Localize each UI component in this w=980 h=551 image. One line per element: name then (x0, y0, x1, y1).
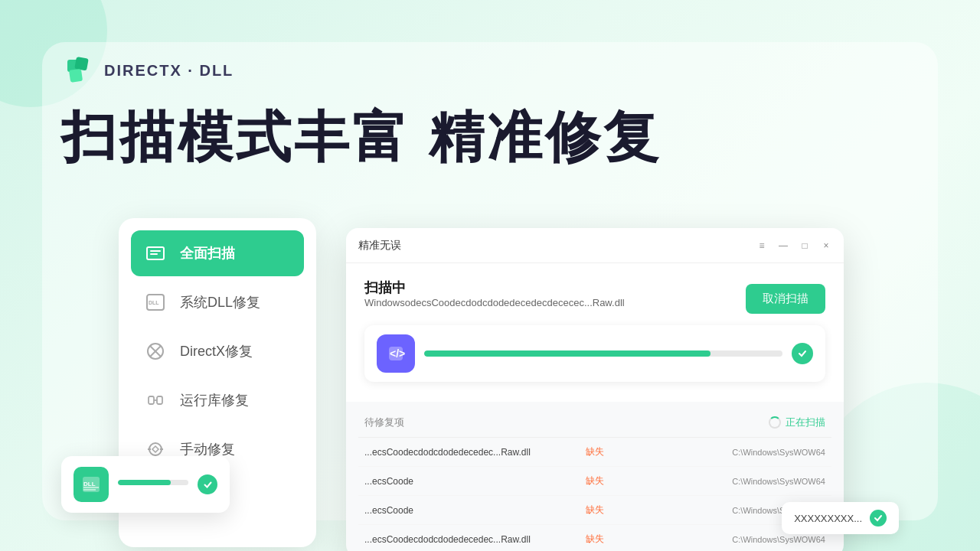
minimize-icon[interactable]: — (778, 240, 789, 251)
svg-text:</>: </> (390, 347, 405, 360)
result-status: 缺失 (549, 474, 641, 487)
svg-rect-11 (149, 396, 154, 404)
runtime-icon (143, 388, 168, 412)
svg-text:DLL: DLL (149, 300, 159, 305)
popup-check-icon (198, 474, 217, 494)
scan-status-group: 扫描中 WindowsodecsCoodecdodcdodedecedecdec… (364, 279, 625, 319)
window-title: 精准无误 (358, 239, 401, 253)
scanning-indicator: 正在扫描 (769, 416, 825, 429)
scan-header: 扫描中 WindowsodecsCoodecdodcdodedecedecdec… (364, 279, 825, 319)
result-status: 缺失 (549, 445, 641, 458)
popup-progress-bar (118, 480, 188, 490)
table-row: ...ecsCoode 缺失 C:\Windows\SysWOW64 (358, 496, 831, 525)
sidebar-item-system-dll[interactable]: DLL 系统DLL修复 (131, 279, 304, 325)
system-dll-icon: DLL (143, 290, 168, 315)
spin-icon (769, 416, 781, 429)
sidebar-item-full-scan[interactable]: 全面扫描 (131, 230, 304, 276)
maximize-icon[interactable]: □ (799, 240, 810, 251)
results-header: 待修复项 正在扫描 (358, 408, 831, 438)
page-headline: 扫描模式丰富 精准修复 (61, 107, 662, 168)
table-row: ...ecsCoodecdodcdodedecedec...Raw.dll 缺失… (358, 438, 831, 467)
dll-progress-popup: DLL (61, 456, 230, 513)
scanning-label: 正在扫描 (786, 416, 825, 429)
progress-fill-1 (424, 350, 710, 357)
logo-icon (61, 54, 95, 87)
results-col-pending: 待修复项 (364, 416, 404, 429)
popup-bar-container (118, 480, 188, 485)
menu-icon[interactable]: ≡ (756, 240, 767, 251)
sidebar-item-runtime[interactable]: 运行库修复 (131, 377, 304, 423)
result-status: 缺失 (549, 533, 641, 546)
app-window: 精准无误 ≡ — □ × 扫描中 WindowsodecsCoodecdodcd… (346, 228, 844, 551)
table-row: ...ecsCoode 缺失 C:\Windows\SysWOW64 (358, 467, 831, 496)
sidebar-label-runtime: 运行库修复 (180, 391, 249, 409)
scan-area: 扫描中 WindowsodecsCoodecdodcdodedecedecdec… (346, 263, 844, 402)
sidebar-label-full-scan: 全面扫描 (180, 244, 235, 262)
result-filename: ...ecsCoode (364, 476, 549, 487)
result-filename: ...ecsCoodecdodcdodedecedec...Raw.dll (364, 534, 549, 545)
progress-bar-1 (424, 350, 782, 357)
svg-rect-2 (69, 69, 83, 83)
result-path: C:\Windows\SysWOW64 (641, 477, 825, 486)
svg-text:DLL: DLL (83, 481, 96, 487)
xxx-check-icon (870, 510, 887, 527)
result-status: 缺失 (549, 504, 641, 517)
logo-text: DIRECTX · DLL (104, 62, 234, 80)
sidebar-item-directx[interactable]: DirectX修复 (131, 328, 304, 374)
xxx-popup: XXXXXXXXX... (782, 502, 899, 534)
directx-icon (143, 339, 168, 364)
result-filename: ...ecsCoodecdodcdodedecedec...Raw.dll (364, 447, 549, 458)
result-path: C:\Windows\SysWOW64 (641, 535, 825, 544)
main-container: DIRECTX · DLL 扫描模式丰富 精准修复 全面扫描 DLL 系 (0, 0, 980, 551)
results-area: 待修复项 正在扫描 ...ecsCoodecdodcdodedecedec...… (346, 408, 844, 551)
window-controls: ≡ — □ × (756, 240, 831, 251)
window-titlebar: 精准无误 ≡ — □ × (346, 228, 844, 263)
full-scan-icon (143, 241, 168, 266)
app-icon-purple: </> (377, 334, 415, 373)
close-icon[interactable]: × (821, 240, 831, 251)
logo-area: DIRECTX · DLL (61, 54, 234, 87)
result-filename: ...ecsCoode (364, 505, 549, 516)
scan-title: 扫描中 (364, 279, 625, 297)
sidebar-label-system-dll: 系统DLL修复 (180, 293, 260, 311)
result-path: C:\Windows\SysWOW64 (641, 448, 825, 457)
popup-bar-fill (118, 480, 171, 485)
check-icon-1 (792, 343, 813, 364)
svg-rect-4 (150, 250, 161, 252)
svg-rect-1 (74, 57, 89, 71)
svg-rect-12 (157, 396, 162, 404)
sidebar-label-directx: DirectX修复 (180, 342, 253, 360)
dll-icon-box: DLL (74, 467, 109, 502)
progress-card-1: </> (364, 325, 825, 382)
svg-rect-5 (150, 253, 158, 255)
svg-point-14 (149, 443, 162, 455)
xxx-text: XXXXXXXXX... (794, 513, 862, 524)
scan-file: WindowsodecsCoodecdodcdodedecedecdececec… (364, 297, 625, 308)
table-row: ...ecsCoodecdodcdodedecedec...Raw.dll 缺失… (358, 525, 831, 551)
cancel-scan-button[interactable]: 取消扫描 (746, 284, 825, 314)
